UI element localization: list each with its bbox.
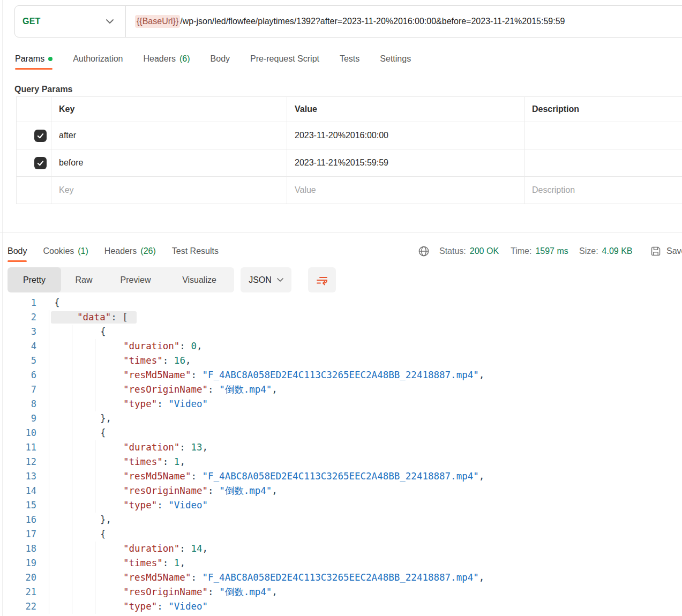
network-globe-icon[interactable] — [418, 238, 430, 264]
code-text: "times": 1, — [36, 556, 682, 570]
param-description-cell[interactable] — [524, 122, 682, 149]
tab-settings[interactable]: Settings — [380, 48, 411, 70]
response-tab-headers[interactable]: Headers(26) — [104, 241, 156, 262]
language-select[interactable]: JSON — [241, 267, 291, 292]
line-content: }, — [36, 513, 682, 527]
param-value-cell[interactable]: 2023-11-21%2015:59:59 — [287, 149, 524, 176]
line-content: "resMd5Name": "F_4ABC8A058ED2E4C113C3265… — [36, 570, 682, 585]
param-checkbox-cell — [17, 122, 51, 149]
response-tab-body[interactable]: Body — [8, 241, 27, 262]
status-badge: Status:200 OK — [439, 238, 499, 264]
code-text: "resMd5Name": "F_4ABC8A058ED2E4C113C3265… — [36, 469, 682, 484]
line-content: { — [36, 426, 682, 440]
param-checkbox[interactable] — [34, 130, 47, 142]
param-key-cell[interactable]: after — [51, 122, 287, 149]
line-number: 16 — [0, 513, 36, 527]
view-tab-raw[interactable]: Raw — [61, 267, 107, 292]
line-number: 22 — [0, 599, 36, 614]
line-content: "resOriginName": "倒数.mp4", — [36, 484, 682, 498]
line-number: 2 — [0, 310, 36, 325]
code-text: "type": "Video" — [36, 599, 682, 614]
code-line: 19"times": 1, — [0, 556, 682, 570]
tab-label: Tests — [340, 54, 359, 64]
tab-count-badge: (6) — [179, 54, 190, 64]
language-label: JSON — [249, 275, 272, 285]
tab-count-badge: (1) — [78, 246, 88, 256]
code-text: "resOriginName": "倒数.mp4", — [36, 382, 682, 397]
code-line: 9}, — [0, 411, 682, 426]
tab-headers[interactable]: Headers(6) — [144, 48, 190, 70]
line-content: "duration": 14, — [36, 542, 682, 556]
param-key-cell[interactable]: before — [51, 149, 287, 176]
line-content: "resMd5Name": "F_4ABC8A058ED2E4C113C3265… — [36, 469, 682, 484]
chevron-down-icon — [277, 278, 283, 282]
code-line: 7"resOriginName": "倒数.mp4", — [0, 382, 682, 397]
code-text: { — [36, 325, 682, 339]
tab-authorization[interactable]: Authorization — [73, 48, 123, 70]
view-tab-pretty[interactable]: Pretty — [8, 267, 61, 292]
line-content: "times": 16, — [36, 354, 682, 368]
code-text: }, — [36, 411, 682, 426]
param-key-input[interactable]: Key — [51, 177, 287, 204]
request-tabs: ParamsAuthorizationHeaders(6)BodyPre-req… — [15, 48, 411, 70]
param-row: before2023-11-21%2015:59:59 — [17, 149, 682, 176]
code-text: "duration": 14, — [36, 542, 682, 556]
code-text: "resMd5Name": "F_4ABC8A058ED2E4C113C3265… — [36, 570, 682, 585]
line-number: 18 — [0, 542, 36, 556]
code-line: 11"duration": 13, — [0, 440, 682, 455]
code-line: 14"resOriginName": "倒数.mp4", — [0, 484, 682, 498]
response-tab-test-results[interactable]: Test Results — [172, 241, 219, 262]
line-content: "times": 1, — [36, 556, 682, 570]
query-params-table: KeyValueDescriptionafter2023-11-20%2016:… — [16, 96, 682, 204]
line-number: 6 — [0, 368, 36, 382]
code-line: 18"duration": 14, — [0, 542, 682, 556]
tab-params[interactable]: Params — [15, 48, 53, 70]
view-tab-visualize[interactable]: Visualize — [164, 267, 234, 292]
line-number: 13 — [0, 469, 36, 484]
param-value-cell[interactable]: 2023-11-20%2016:00:00 — [287, 122, 524, 149]
response-tab-cookies[interactable]: Cookies(1) — [43, 241, 88, 262]
chevron-down-icon — [106, 19, 114, 24]
line-number: 4 — [0, 339, 36, 354]
line-content: { — [36, 527, 682, 542]
line-number: 15 — [0, 498, 36, 513]
code-text: "type": "Video" — [36, 397, 682, 411]
line-number: 8 — [0, 397, 36, 411]
url-input[interactable]: {{BaseUrl}}/wp-json/led/flowfee/playtime… — [126, 6, 682, 37]
save-response-button[interactable]: Save Response — [650, 238, 682, 264]
line-number: 17 — [0, 527, 36, 542]
response-body-editor[interactable]: 1{2"data": [3{4"duration": 0,5"times": 1… — [0, 296, 682, 614]
tab-body[interactable]: Body — [211, 48, 230, 70]
code-line: 6"resMd5Name": "F_4ABC8A058ED2E4C113C326… — [0, 368, 682, 382]
line-number: 10 — [0, 426, 36, 440]
code-text: "times": 1, — [36, 455, 682, 469]
param-description-cell[interactable] — [524, 149, 682, 176]
line-content: "resOriginName": "倒数.mp4", — [36, 382, 682, 397]
tab-label: Headers — [104, 246, 137, 256]
param-checkbox-cell — [17, 177, 51, 204]
code-line: 8"type": "Video" — [0, 397, 682, 411]
wrap-lines-button[interactable] — [308, 267, 336, 292]
url-path-text: /wp-json/led/flowfee/playtimes/1392?afte… — [180, 17, 565, 26]
column-header-description: Description — [524, 97, 682, 122]
code-text: "data": [ — [36, 310, 682, 325]
param-row: after2023-11-20%2016:00:00 — [17, 122, 682, 149]
param-description-input[interactable]: Description — [524, 177, 682, 204]
code-line: 15"type": "Video" — [0, 498, 682, 513]
tab-tests[interactable]: Tests — [340, 48, 359, 70]
line-content: "type": "Video" — [36, 498, 682, 513]
view-mode-segmented-control: PrettyRawPreviewVisualize — [8, 267, 234, 292]
tab-pre-request-script[interactable]: Pre-request Script — [250, 48, 319, 70]
param-value-input[interactable]: Value — [287, 177, 524, 204]
line-content: { — [36, 325, 682, 339]
code-line: 22"type": "Video" — [0, 599, 682, 614]
code-line: 2"data": [ — [0, 310, 682, 325]
code-line: 17{ — [0, 527, 682, 542]
view-tab-preview[interactable]: Preview — [107, 267, 164, 292]
line-number: 7 — [0, 382, 36, 397]
param-checkbox[interactable] — [34, 157, 47, 169]
code-line: 5"times": 16, — [0, 354, 682, 368]
code-text: "duration": 0, — [36, 339, 682, 354]
method-select[interactable]: GET — [15, 6, 125, 37]
code-text: { — [36, 527, 682, 542]
